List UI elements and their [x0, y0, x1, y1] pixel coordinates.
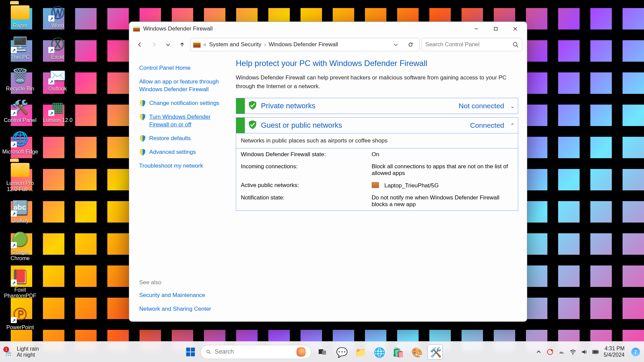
search-box[interactable]	[422, 38, 522, 51]
sidebar-link-allow-app[interactable]: Allow an app or feature through Windows …	[139, 75, 229, 97]
desktop-icon-word[interactable]: ⓌWord	[39, 3, 76, 29]
chat-button[interactable]: 💬	[333, 344, 349, 360]
weather-icon: 1	[4, 347, 13, 357]
shield-check-icon	[248, 120, 258, 131]
shield-icon	[139, 148, 146, 155]
desktop-icon-excel[interactable]: ⓍExcel	[39, 35, 76, 60]
desktop-icon-powerpoint[interactable]: ⓅPowerPoint	[1, 305, 39, 330]
firewall-icon	[133, 26, 140, 32]
store-button[interactable]: 🛍️	[390, 344, 405, 360]
page-description: Windows Defender Firewall can help preve…	[236, 73, 518, 90]
svg-rect-7	[191, 348, 195, 352]
sidebar-link-advanced[interactable]: Advanced settings	[139, 145, 229, 159]
sidebar-link-security-maint[interactable]: Security and Maintenance	[139, 289, 229, 302]
nav-forward-button[interactable]	[148, 39, 160, 51]
desktop-icon-recyclebin[interactable]: 🗑️Recycle Bin	[1, 66, 39, 92]
search-icon	[206, 349, 211, 355]
tray-app-icon[interactable]	[547, 349, 553, 355]
taskbar-search[interactable]	[201, 345, 311, 359]
taskbar-search-input[interactable]	[215, 348, 292, 355]
sidebar-link-restore[interactable]: Restore defaults	[139, 132, 229, 145]
weather-line2: At night	[17, 352, 39, 358]
minimize-button[interactable]	[467, 22, 486, 36]
panel-private-header[interactable]: Private networks Not connected ⌄	[236, 98, 518, 114]
nav-recent-button[interactable]	[162, 39, 174, 51]
status-bar-icon	[236, 98, 245, 114]
status-bar-icon	[236, 118, 245, 133]
svg-rect-8	[186, 352, 190, 356]
tray-overflow-icon[interactable]	[535, 349, 542, 355]
svg-point-16	[572, 354, 573, 355]
toolbar: « System and Security › Windows Defender…	[129, 36, 527, 53]
svg-rect-9	[191, 352, 195, 356]
desktop-icons: Razer 🖥️This PC 🗑️Recycle Bin 🛠️Control …	[1, 3, 76, 332]
sidebar: Control Panel Home Allow an app or featu…	[129, 53, 234, 321]
chevron-down-icon: ⌄	[507, 103, 518, 109]
nav-up-button[interactable]	[176, 39, 188, 51]
address-bar[interactable]: « System and Security › Windows Defender…	[190, 38, 420, 51]
copilot-button[interactable]: 7	[631, 348, 640, 356]
battery-icon[interactable]	[592, 349, 599, 355]
desktop-icon-controlpanel[interactable]: 🛠️Control Panel	[1, 98, 39, 123]
desktop-icon-foxit[interactable]: 📕Foxit PhantomPDF	[1, 267, 39, 299]
breadcrumb-part2[interactable]: Windows Defender Firewall	[269, 41, 338, 48]
sidebar-link-change-notif[interactable]: Change notification settings	[139, 97, 229, 110]
network-icon	[372, 182, 379, 188]
table-row: Active public networks:Laptop_TrieuPhat/…	[236, 179, 518, 192]
titlebar[interactable]: Windows Defender Firewall	[129, 22, 527, 36]
start-button[interactable]	[184, 345, 197, 359]
shield-icon	[139, 113, 146, 120]
edge-button[interactable]: 🌐	[371, 344, 386, 360]
taskview-button[interactable]	[315, 344, 330, 360]
svg-rect-19	[593, 351, 597, 353]
desktop-icon-edge[interactable]: 🌐Microsoft Edge	[1, 129, 39, 155]
volume-icon[interactable]	[581, 349, 588, 355]
desktop-icon-thispc[interactable]: 🖥️This PC	[1, 35, 39, 60]
panel-private-status: Not connected	[459, 102, 507, 110]
svg-rect-13	[322, 351, 326, 355]
desktop-icon-lumionpro[interactable]: Lumion Pro 12.0 Full ...	[1, 161, 39, 192]
svg-line-5	[517, 46, 518, 47]
breadcrumb-part1[interactable]: System and Security	[209, 41, 261, 48]
panel-private-name: Private networks	[261, 102, 459, 110]
system-tray[interactable]	[535, 349, 599, 355]
panel-public: Guest or public networks Connected ⌃ Net…	[236, 117, 518, 211]
taskbar: 1 Light rain At night 💬 📁 🌐 🛍️ 🎨 🛠️	[0, 341, 644, 362]
svg-rect-6	[186, 348, 190, 352]
sidebar-link-turn-onoff[interactable]: Turn Windows Defender Firewall on or off	[139, 110, 229, 132]
breadcrumb-root: «	[203, 41, 206, 48]
sidebar-link-troubleshoot[interactable]: Troubleshoot my network	[139, 159, 229, 173]
sidebar-link-network-sharing[interactable]: Network and Sharing Center	[139, 302, 229, 316]
search-input[interactable]	[425, 41, 513, 48]
clock-date: 5/4/2024	[604, 352, 625, 358]
close-button[interactable]	[505, 22, 525, 36]
taskbar-clock[interactable]: 4:31 PM 5/4/2024	[604, 346, 625, 358]
weather-line1: Light rain	[17, 346, 39, 352]
desktop-icon-razer[interactable]: Razer	[1, 3, 39, 29]
controlpanel-task-button[interactable]: 🛠️	[427, 344, 443, 360]
wifi-icon[interactable]	[570, 349, 576, 355]
firewall-window: Windows Defender Firewall « System and S…	[129, 21, 527, 322]
panel-public-subtext: Networks in public places such as airpor…	[236, 133, 518, 148]
addr-dropdown-button[interactable]	[390, 39, 402, 51]
desktop-icon-lumion[interactable]: ▦Lumion 12.0	[39, 98, 76, 123]
explorer-button[interactable]: 📁	[352, 344, 368, 360]
paint-button[interactable]: 🎨	[409, 344, 424, 360]
table-row: Windows Defender Firewall state:On	[236, 148, 518, 161]
panel-public-status: Connected	[470, 121, 507, 129]
refresh-button[interactable]	[405, 39, 417, 51]
maximize-button[interactable]	[486, 22, 505, 36]
onedrive-icon[interactable]	[558, 349, 565, 355]
sidebar-link-home[interactable]: Control Panel Home	[139, 61, 229, 75]
weather-badge: 1	[3, 347, 9, 352]
nav-back-button[interactable]	[134, 39, 146, 51]
taskbar-weather[interactable]: 1 Light rain At night	[4, 346, 91, 358]
page-heading: Help protect your PC with Windows Defend…	[236, 59, 518, 68]
svg-point-4	[513, 42, 517, 46]
panel-public-name: Guest or public networks	[261, 121, 470, 130]
panel-public-header[interactable]: Guest or public networks Connected ⌃	[236, 118, 518, 133]
desktop-icon-chrome[interactable]: 🟢Google Chrome	[1, 230, 39, 261]
desktop-icon-unikey[interactable]: 🔤UniKey	[1, 198, 39, 224]
desktop-icon-outlook[interactable]: ✉️Outlook	[39, 66, 76, 92]
search-highlight-icon	[297, 347, 306, 357]
